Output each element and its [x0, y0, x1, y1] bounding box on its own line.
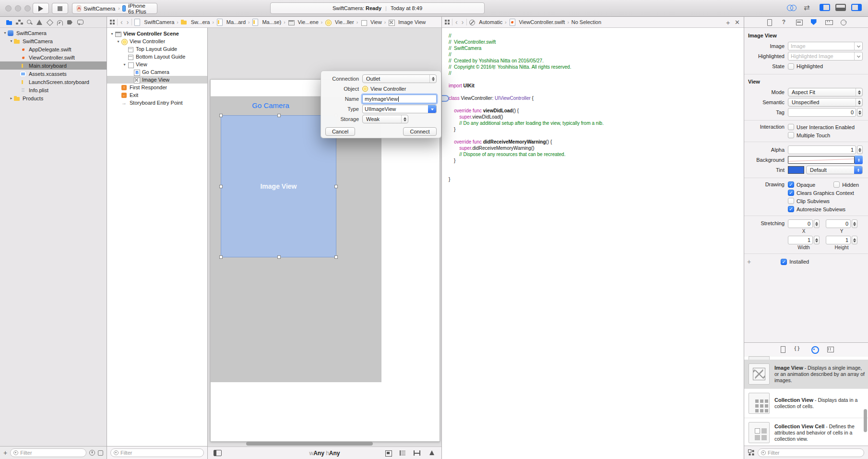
stop-button[interactable] [52, 3, 68, 14]
scm-status-filter-icon[interactable] [98, 450, 103, 456]
window-minimize-button[interactable] [15, 5, 21, 12]
checkbox-hidden[interactable]: Hidden [833, 181, 859, 188]
library-item-image-view[interactable]: Image View - Displays a single image, or… [744, 360, 868, 389]
file-row-main-storyboard[interactable]: Main.storyboard [0, 61, 107, 70]
disclosure-right-icon[interactable]: ▸ [9, 96, 14, 100]
tag-field[interactable]: 0 [788, 108, 856, 117]
media-library-icon[interactable] [827, 346, 833, 352]
outline-row-view[interactable]: ▾View [107, 60, 207, 68]
breadcrumb-item-ma-ard[interactable]: Ma...ard [216, 19, 246, 25]
test-navigator-icon[interactable] [46, 19, 53, 25]
disclosure-down-icon[interactable]: ▾ [109, 32, 115, 36]
connections-inspector-icon[interactable] [840, 19, 847, 25]
run-button[interactable] [33, 3, 49, 14]
breadcrumb-item-vie-ene[interactable]: Vie...ene [288, 19, 319, 25]
resize-handle[interactable] [219, 114, 223, 117]
navigator-filter-input[interactable]: Filter [10, 448, 86, 457]
navigator-panel-button[interactable] [820, 4, 830, 11]
utilities-panel-button[interactable] [851, 4, 862, 11]
recent-files-filter-icon[interactable] [89, 450, 95, 456]
stepper[interactable] [857, 108, 863, 117]
identity-inspector-icon[interactable] [796, 19, 802, 25]
resize-handle[interactable] [219, 255, 223, 259]
checkbox[interactable] [788, 63, 794, 70]
checkbox[interactable]: ✓ [788, 206, 794, 212]
object-library-icon[interactable] [811, 346, 818, 352]
window-zoom-button[interactable] [24, 5, 31, 12]
file-row-assets-xcassets[interactable]: Assets.xcassets [0, 70, 107, 78]
breakpoint-navigator-icon[interactable] [66, 19, 73, 25]
highlighted-image-field[interactable]: Highlighted Image [788, 52, 863, 60]
checkbox[interactable] [788, 124, 794, 130]
debug-navigator-icon[interactable] [56, 19, 63, 25]
connection-popup[interactable]: Outlet [362, 74, 437, 83]
breadcrumb-item-swiftcamera[interactable]: SwiftCamera [134, 19, 174, 25]
cancel-button[interactable]: Cancel [325, 127, 355, 136]
breadcrumb-item-sw-era[interactable]: Sw...era [181, 19, 210, 25]
debug-area-button[interactable] [835, 4, 846, 11]
file-row-products[interactable]: ▸Products [0, 94, 107, 102]
related-items-icon[interactable] [110, 20, 115, 25]
breadcrumb-item-viewcontroller-swift[interactable]: ViewController.swift [509, 19, 565, 25]
resize-handle[interactable] [334, 185, 338, 188]
window-close-button[interactable] [5, 5, 12, 12]
type-combo-box[interactable]: UIImageView [362, 105, 437, 113]
resize-handle[interactable] [277, 255, 281, 259]
related-items-icon[interactable] [445, 20, 450, 25]
library-filter-input[interactable]: Filter [758, 448, 864, 457]
library-scrollbar[interactable] [864, 409, 867, 432]
outline-filter-input[interactable]: Filter [110, 448, 204, 457]
resize-handle[interactable] [334, 255, 338, 259]
outline-row-exit[interactable]: Exit [107, 91, 207, 99]
file-row-info-plist[interactable]: Info.plist [0, 86, 107, 94]
stretch-x-field[interactable]: 0 [788, 219, 813, 228]
tint-dropdown[interactable] [854, 166, 862, 174]
stepper[interactable] [857, 145, 863, 154]
disclosure-down-icon[interactable]: ▾ [9, 39, 14, 43]
name-field[interactable]: myImageView [362, 95, 437, 103]
add-variation-button[interactable]: + [747, 258, 751, 265]
file-row-viewcontroller-swift[interactable]: ViewController.swift [0, 53, 107, 61]
issue-navigator-icon[interactable] [36, 19, 43, 25]
disclosure-down-icon[interactable]: ▾ [2, 31, 8, 35]
checkbox[interactable] [788, 132, 794, 138]
checkbox[interactable]: ✓ [788, 190, 794, 196]
alpha-field[interactable]: 1 [788, 145, 856, 154]
code-snippet-library-icon[interactable] [795, 346, 802, 352]
library-item-collection-view[interactable]: Collection View - Displays data in a col… [744, 389, 868, 418]
dropdown-icon[interactable] [854, 52, 862, 60]
breadcrumb-item-image-view[interactable]: Image View [388, 19, 426, 25]
stretch-width-field[interactable]: 1 [788, 236, 813, 244]
quick-help-inspector-icon[interactable] [781, 19, 787, 25]
installed-checkbox[interactable]: ✓Installed [781, 259, 809, 265]
source-editor[interactable]: //// ViewController.swift// SwiftCamera/… [441, 28, 744, 459]
outline-row-image-view[interactable]: Image View [107, 76, 207, 84]
version-editor-button[interactable]: ⇄ [804, 4, 810, 11]
image-field[interactable]: Image [788, 42, 863, 50]
report-navigator-icon[interactable] [76, 19, 83, 25]
dropdown-icon[interactable] [854, 42, 862, 50]
back-button[interactable]: ‹ [454, 19, 459, 25]
checkbox-clears-graphics-context[interactable]: ✓Clears Graphics Context [788, 190, 854, 196]
size-inspector-icon[interactable] [825, 19, 832, 25]
find-navigator-icon[interactable] [26, 19, 33, 25]
background-color-dropdown[interactable] [855, 156, 863, 164]
semantic-popup[interactable]: Unspecified [788, 98, 863, 107]
outline-row-storyboard-entry-point[interactable]: Storyboard Entry Point [107, 99, 207, 107]
outline-row-first-responder[interactable]: First Responder [107, 84, 207, 91]
file-inspector-icon[interactable] [766, 19, 773, 25]
breadcrumb-item-vie-ller[interactable]: Vie...ller [325, 19, 354, 25]
library-item-collection-view-cell[interactable]: Collection View Cell - Defines the attri… [744, 418, 868, 446]
breadcrumb-item-ma-se[interactable]: Ma...se) [252, 19, 281, 25]
checkbox-opaque[interactable]: ✓Opaque [788, 181, 815, 188]
forward-button[interactable]: › [461, 19, 465, 25]
disclosure-down-icon[interactable]: ▾ [122, 62, 127, 67]
close-assistant-editor-button[interactable]: ✕ [735, 19, 740, 26]
checkbox-multiple-touch[interactable]: Multiple Touch [788, 132, 830, 138]
file-row-appdelegate-swift[interactable]: AppDelegate.swift [0, 45, 107, 53]
background-color-well[interactable] [788, 156, 855, 164]
symbol-navigator-icon[interactable] [16, 19, 23, 25]
back-button[interactable]: ‹ [119, 19, 124, 25]
outline-row-bottom-layout-guide[interactable]: Bottom Layout Guide [107, 53, 207, 60]
scheme-selector[interactable]: A SwiftCamera › iPhone 6s Plus [72, 3, 157, 14]
